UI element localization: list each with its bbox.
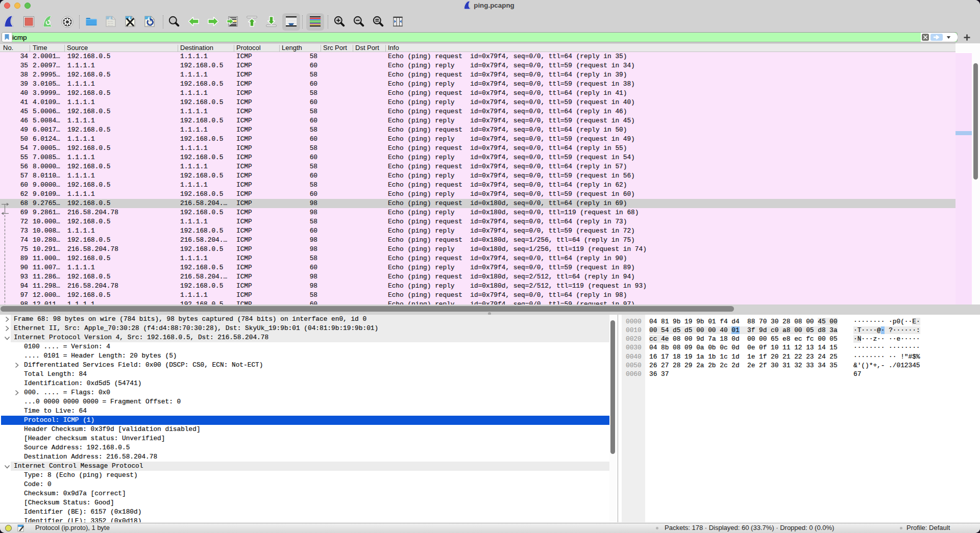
svg-text:0111: 0111: [108, 24, 113, 27]
